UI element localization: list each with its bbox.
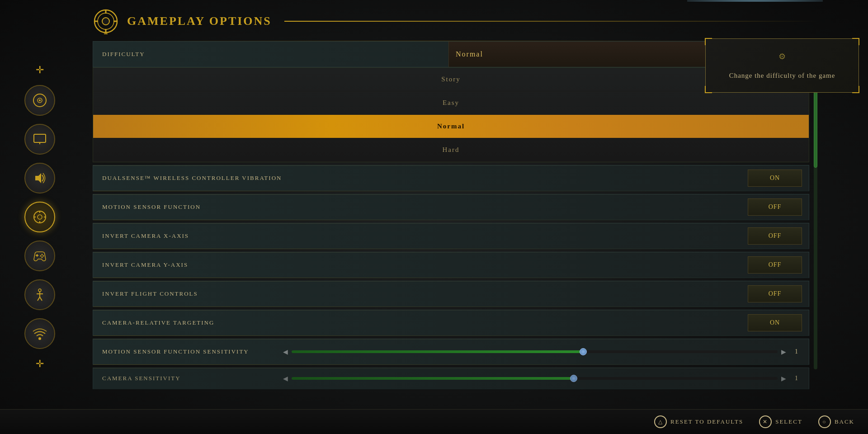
setting-row-motion-sensitivity: MOTION SENSOR FUNCTION SENSITIVITY ◀ ▶ 1: [93, 339, 809, 365]
corner-br: [852, 86, 859, 93]
difficulty-row: DIFFICULTY Normal ▼: [93, 41, 809, 67]
difficulty-option-easy[interactable]: Easy: [93, 91, 809, 115]
slider-right-arrow[interactable]: ▶: [781, 348, 786, 356]
page-title: GAMEPLAY OPTIONS: [127, 14, 272, 28]
camera-sensitivity-label: CAMERA SENSITIVITY: [93, 375, 283, 382]
invert-x-label: INVERT CAMERA X-AXIS: [93, 232, 748, 240]
camera-targeting-label: CAMERA-RELATIVE TARGETING: [93, 319, 748, 326]
info-box: ⚙ Change the difficulty of the game: [705, 38, 859, 93]
reset-defaults-action[interactable]: △ RESET TO DEFAULTS: [654, 415, 743, 428]
svg-point-15: [41, 254, 42, 255]
svg-point-19: [38, 289, 41, 292]
info-box-text: Change the difficulty of the game: [715, 70, 849, 81]
select-action[interactable]: ✕ SELECT: [759, 415, 802, 428]
difficulty-option-story[interactable]: Story: [93, 68, 809, 91]
camera-targeting-toggle[interactable]: ON: [748, 314, 802, 331]
camera-sensitivity-slider-container: ◀ ▶: [283, 375, 791, 382]
info-box-deco-top: ⚙: [715, 50, 849, 63]
difficulty-option-hard[interactable]: Hard: [93, 138, 809, 162]
difficulty-option-normal[interactable]: Normal: [93, 115, 809, 138]
sidebar-item-audio[interactable]: [24, 163, 55, 193]
svg-line-22: [38, 297, 40, 301]
motion-sensor-label: MOTION SENSOR FUNCTION: [93, 203, 748, 211]
svg-marker-6: [35, 173, 41, 183]
motion-sensitivity-label: MOTION SENSOR FUNCTION SENSITIVITY: [93, 348, 283, 355]
back-label: BACK: [835, 418, 854, 425]
svg-line-23: [40, 297, 42, 301]
sidebar-item-disc[interactable]: [24, 85, 55, 116]
motion-sensitivity-slider-track[interactable]: [292, 350, 778, 353]
setting-row-invert-x: INVERT CAMERA X-AXIS OFF: [93, 223, 809, 249]
camera-sensitivity-value: 1: [791, 375, 802, 382]
triangle-icon: △: [654, 415, 667, 428]
svg-point-8: [38, 215, 42, 219]
bottom-bar: △ RESET TO DEFAULTS ✕ SELECT ○ BACK: [0, 409, 868, 434]
sidebar-item-nav-down[interactable]: ✛: [33, 357, 47, 371]
svg-point-16: [42, 255, 44, 257]
invert-y-label: INVERT CAMERA Y-AXIS: [93, 261, 748, 269]
dropdown-options: Story Easy Normal Hard: [93, 67, 809, 162]
circle-icon: ○: [818, 415, 831, 428]
svg-point-2: [39, 99, 41, 101]
cross-icon: ✕: [759, 415, 772, 428]
setting-row-camera-targeting: CAMERA-RELATIVE TARGETING ON: [93, 310, 809, 336]
invert-y-toggle[interactable]: OFF: [748, 256, 802, 274]
svg-point-27: [102, 18, 109, 25]
setting-row-invert-y: INVERT CAMERA Y-AXIS OFF: [93, 252, 809, 278]
corner-tl: [705, 38, 712, 45]
motion-sensitivity-slider-fill: [292, 350, 583, 353]
camera-sensitivity-slider-track[interactable]: [292, 377, 778, 380]
sidebar-item-gameplay[interactable]: [24, 202, 55, 232]
reset-defaults-label: RESET TO DEFAULTS: [670, 418, 743, 425]
settings-scroll: DIFFICULTY Normal ▼ Story Easy Normal: [93, 41, 809, 392]
slider-left-arrow[interactable]: ◀: [283, 348, 288, 356]
header: GAMEPLAY OPTIONS: [79, 0, 818, 39]
info-panel: ⚙ Change the difficulty of the game: [705, 38, 859, 93]
motion-sensor-toggle[interactable]: OFF: [748, 198, 802, 216]
svg-point-17: [40, 255, 41, 257]
sidebar-item-network[interactable]: [24, 318, 55, 349]
motion-sensitivity-slider-thumb[interactable]: [580, 348, 587, 355]
invert-flight-label: INVERT FLIGHT CONTROLS: [93, 290, 748, 297]
difficulty-label: DIFFICULTY: [93, 51, 448, 58]
corner-tr: [852, 38, 859, 45]
settings-panel: DIFFICULTY Normal ▼ Story Easy Normal: [93, 41, 809, 392]
dualsense-label: DUALSENSE™ WIRELESS CONTROLLER VIBRATION: [93, 175, 748, 182]
difficulty-current-value: Normal: [456, 50, 483, 58]
dualsense-toggle[interactable]: ON: [748, 170, 802, 187]
header-line: [284, 21, 818, 22]
camera-sensitivity-slider-fill: [292, 377, 574, 380]
invert-x-toggle[interactable]: OFF: [748, 227, 802, 245]
camera-slider-right-arrow[interactable]: ▶: [781, 375, 786, 382]
select-label: SELECT: [775, 418, 802, 425]
svg-rect-3: [34, 134, 46, 142]
sidebar-item-nav-up[interactable]: ✛: [33, 63, 47, 77]
motion-sensitivity-slider-container: ◀ ▶: [283, 348, 791, 356]
svg-point-24: [38, 337, 41, 340]
sidebar: ✛: [0, 0, 79, 434]
invert-flight-toggle[interactable]: OFF: [748, 285, 802, 302]
setting-row-dualsense: DUALSENSE™ WIRELESS CONTROLLER VIBRATION…: [93, 165, 809, 191]
svg-point-18: [41, 257, 42, 258]
sidebar-item-display[interactable]: [24, 124, 55, 155]
camera-slider-left-arrow[interactable]: ◀: [283, 375, 288, 382]
back-action[interactable]: ○ BACK: [818, 415, 854, 428]
sidebar-item-controller[interactable]: [24, 241, 55, 271]
setting-row-invert-flight: INVERT FLIGHT CONTROLS OFF: [93, 281, 809, 307]
camera-sensitivity-slider-thumb[interactable]: [570, 375, 577, 382]
sidebar-item-accessibility[interactable]: [24, 279, 55, 310]
corner-bl: [705, 86, 712, 93]
header-gear-icon: [93, 8, 119, 34]
motion-sensitivity-value: 1: [791, 348, 802, 355]
setting-row-motion-sensor: MOTION SENSOR FUNCTION OFF: [93, 194, 809, 220]
setting-row-camera-sensitivity: CAMERA SENSITIVITY ◀ ▶ 1: [93, 368, 809, 389]
